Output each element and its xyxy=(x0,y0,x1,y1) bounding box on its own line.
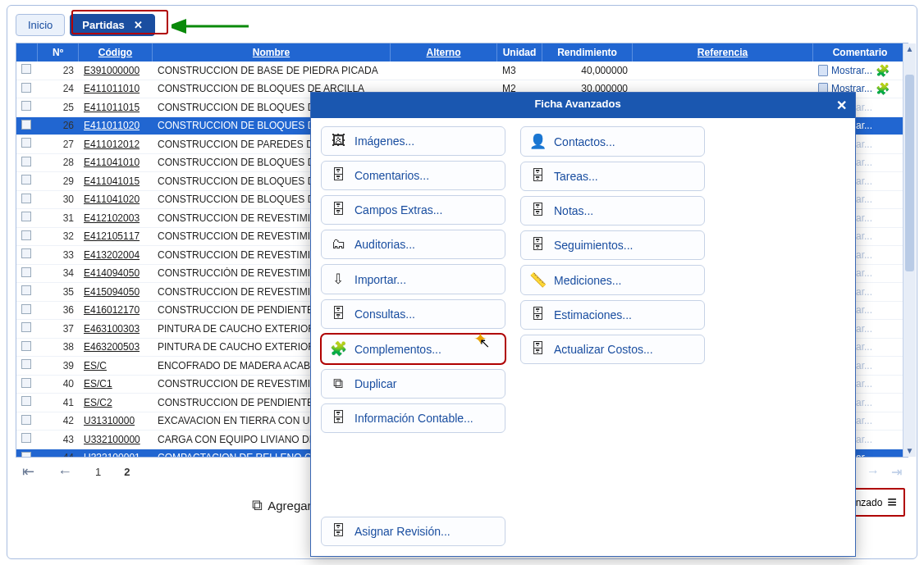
page-first-icon[interactable]: ⇤ xyxy=(22,462,34,481)
table-row[interactable]: 23E391000000CONSTRUCCION DE BASE DE PIED… xyxy=(16,62,908,80)
col-codigo[interactable]: Código xyxy=(79,43,153,62)
db-icon: 🗄 xyxy=(330,523,346,540)
row-checkbox[interactable] xyxy=(16,83,38,95)
scroll-up-icon[interactable]: ▲ xyxy=(903,43,916,55)
accounting-info-button[interactable]: 🗄Información Contable... xyxy=(321,403,505,433)
row-checkbox[interactable] xyxy=(16,285,38,298)
row-checkbox[interactable] xyxy=(16,101,38,113)
row-codigo[interactable]: E411011015 xyxy=(79,102,153,113)
popup-body: 🖼Imágenes... 🗄Comentarios... 🗄Campos Ext… xyxy=(311,118,855,556)
notes-label: Notas... xyxy=(554,204,593,217)
row-codigo[interactable]: E411041010 xyxy=(79,157,153,168)
followups-button[interactable]: 🗄Seguimientos... xyxy=(520,230,705,260)
measurements-button[interactable]: 📏Mediciones... xyxy=(520,265,705,295)
scroll-down-icon[interactable]: ▼ xyxy=(903,445,916,457)
row-checkbox[interactable] xyxy=(16,138,38,150)
assign-revision-button[interactable]: 🗄Asignar Revisión... xyxy=(321,517,505,546)
row-codigo[interactable]: E413202004 xyxy=(79,249,153,261)
col-nombre[interactable]: Nombre xyxy=(153,43,391,62)
mostrar-link[interactable]: Mostrar... xyxy=(831,65,872,76)
row-checkbox[interactable] xyxy=(16,341,38,353)
row-codigo[interactable]: ES/C1 xyxy=(79,378,153,390)
row-checkbox[interactable] xyxy=(16,433,38,445)
row-num: 41 xyxy=(38,397,79,408)
row-checkbox[interactable] xyxy=(16,304,38,317)
row-codigo[interactable]: E411041015 xyxy=(79,175,153,187)
row-num: 29 xyxy=(38,175,79,187)
row-checkbox[interactable] xyxy=(16,212,38,224)
row-codigo[interactable]: E416012170 xyxy=(79,304,153,316)
contacts-button[interactable]: 👤Contactos... xyxy=(520,126,705,157)
col-alterno[interactable]: Alterno xyxy=(391,43,497,62)
puzzle-icon: 🧩 xyxy=(876,64,890,77)
row-checkbox[interactable] xyxy=(16,120,38,132)
vertical-scrollbar[interactable]: ▲ ▼ xyxy=(903,43,916,457)
row-checkbox[interactable] xyxy=(16,230,38,243)
row-codigo[interactable]: E463100303 xyxy=(79,323,153,335)
row-checkbox[interactable] xyxy=(16,378,38,390)
row-codigo[interactable]: E411012012 xyxy=(79,139,153,150)
row-checkbox[interactable] xyxy=(16,64,38,76)
db-icon: 🗄 xyxy=(529,203,546,219)
measurements-label: Mediciones... xyxy=(554,274,621,287)
doc-icon xyxy=(818,65,828,76)
col-num[interactable]: Nº xyxy=(38,43,79,62)
addons-button[interactable]: 🧩Complementos... xyxy=(321,334,505,364)
import-button[interactable]: ⇩Importar... xyxy=(321,264,505,294)
row-codigo[interactable]: E391000000 xyxy=(79,65,153,76)
audits-button[interactable]: 🗂Auditorias... xyxy=(321,230,505,259)
close-icon[interactable]: ✕ xyxy=(134,19,143,31)
row-codigo[interactable]: E411041020 xyxy=(79,194,153,205)
page-1[interactable]: 1 xyxy=(95,466,101,478)
row-checkbox[interactable] xyxy=(16,452,38,457)
row-codigo[interactable]: E411011010 xyxy=(79,83,153,94)
add-button[interactable]: ⧉Agregar xyxy=(252,497,311,514)
page-next-icon[interactable]: → xyxy=(867,464,880,480)
row-comentario[interactable]: Mostrar... 🧩 xyxy=(813,64,908,77)
row-codigo[interactable]: E415094050 xyxy=(79,286,153,298)
row-codigo[interactable]: E412105117 xyxy=(79,230,153,242)
row-codigo[interactable]: U332100000 xyxy=(79,434,153,445)
row-codigo[interactable]: ES/C xyxy=(79,360,153,371)
col-unidad[interactable]: Unidad xyxy=(497,43,542,62)
col-rend[interactable]: Rendimiento xyxy=(542,43,633,62)
duplicate-button[interactable]: ⧉Duplicar xyxy=(321,369,505,399)
row-checkbox[interactable] xyxy=(16,194,38,206)
row-codigo[interactable]: E463200503 xyxy=(79,341,153,353)
row-checkbox[interactable] xyxy=(16,175,38,187)
notes-button[interactable]: 🗄Notas... xyxy=(520,196,705,226)
row-checkbox[interactable] xyxy=(16,359,38,371)
update-costs-button[interactable]: 🗄Actualizar Costos... xyxy=(520,335,705,364)
col-comentario[interactable]: Comentario xyxy=(813,43,908,62)
row-codigo[interactable]: U31310000 xyxy=(79,415,153,426)
scroll-thumb[interactable] xyxy=(905,75,914,271)
col-ref[interactable]: Referencia xyxy=(633,43,813,62)
comments-button[interactable]: 🗄Comentarios... xyxy=(321,161,505,190)
row-codigo[interactable]: ES/C2 xyxy=(79,397,153,408)
row-codigo[interactable]: U332100001 xyxy=(79,452,153,457)
page-last-icon[interactable]: ⇥ xyxy=(891,464,902,480)
row-checkbox[interactable] xyxy=(16,415,38,427)
db-icon: 🗄 xyxy=(529,168,546,185)
row-checkbox[interactable] xyxy=(16,267,38,280)
page-2-current[interactable]: 2 xyxy=(124,466,130,478)
row-num: 30 xyxy=(38,194,79,205)
add-icon: ⧉ xyxy=(252,497,263,514)
popup-close-icon[interactable]: ✕ xyxy=(836,98,847,113)
row-checkbox[interactable] xyxy=(16,248,38,261)
row-checkbox[interactable] xyxy=(16,396,38,408)
row-checkbox[interactable] xyxy=(16,157,38,169)
tab-inicio[interactable]: Inicio xyxy=(16,14,65,36)
row-codigo[interactable]: E411011020 xyxy=(79,120,153,131)
row-codigo[interactable]: E414094050 xyxy=(79,267,153,279)
tab-partidas[interactable]: Partidas ✕ xyxy=(70,14,155,36)
page-prev-icon[interactable]: ← xyxy=(57,463,72,481)
row-checkbox[interactable] xyxy=(16,322,38,335)
estimates-button[interactable]: 🗄Estimaciones... xyxy=(520,300,705,330)
images-button[interactable]: 🖼Imágenes... xyxy=(321,126,505,156)
tasks-button[interactable]: 🗄Tareas... xyxy=(520,162,705,191)
row-codigo[interactable]: E412102003 xyxy=(79,212,153,224)
extra-fields-button[interactable]: 🗄Campos Extras... xyxy=(321,195,505,225)
advanced-popup: Ficha Avanzados ✕ 🖼Imágenes... 🗄Comentar… xyxy=(310,92,856,557)
queries-button[interactable]: 🗄Consultas... xyxy=(321,299,505,329)
